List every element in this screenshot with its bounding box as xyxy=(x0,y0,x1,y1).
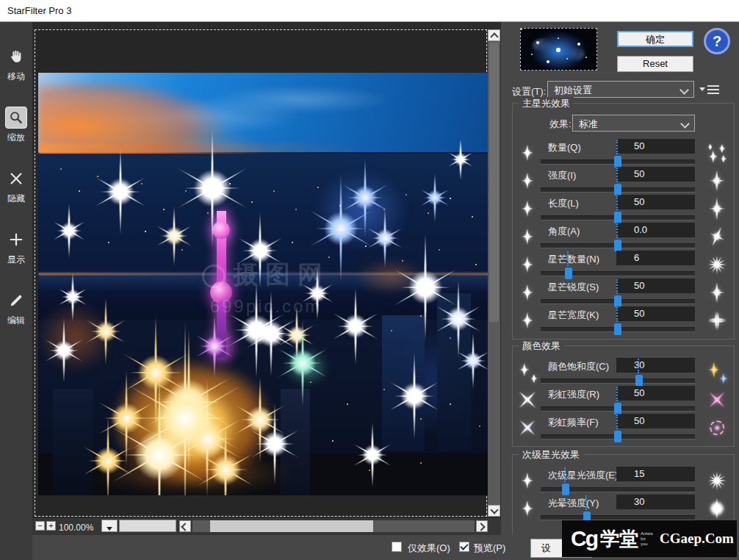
slider-row: 星芒锐度(S)50 xyxy=(513,279,734,306)
slider-thumb[interactable] xyxy=(614,431,621,442)
left-toolbar: 移动 缩放 隐藏 显示 编辑 xyxy=(0,22,32,560)
effect-dropdown-value: 标准 xyxy=(579,118,598,131)
zoom-out-button[interactable]: − xyxy=(35,521,45,531)
slider-value-field[interactable]: 50 xyxy=(616,279,695,293)
tool-zoom[interactable]: 缩放 xyxy=(0,107,32,144)
slider-value-field[interactable]: 50 xyxy=(616,386,695,401)
slider-value-field[interactable]: 50 xyxy=(616,195,695,209)
preset-dropdown[interactable]: 初始设置 xyxy=(547,81,694,98)
tall-star-icon xyxy=(701,195,733,223)
slider-thumb[interactable] xyxy=(635,375,643,387)
zoom-level-value: 100.00% xyxy=(59,523,93,533)
tool-move[interactable]: 移动 xyxy=(0,46,32,83)
photo-glow xyxy=(299,157,424,264)
tool-edit-label: 编辑 xyxy=(0,315,32,327)
tool-edit[interactable]: 编辑 xyxy=(0,290,32,327)
slider-track[interactable] xyxy=(541,299,695,304)
slider-track[interactable] xyxy=(541,434,695,439)
preview-checkbox[interactable] xyxy=(459,542,469,552)
sparkle-icon xyxy=(511,251,544,279)
effect-dropdown[interactable]: 标准 xyxy=(572,115,695,132)
slider-track[interactable] xyxy=(541,406,695,412)
window-title: StarFilter Pro 3 xyxy=(7,5,71,16)
horizontal-scrollbar[interactable] xyxy=(192,520,475,532)
tool-hide[interactable]: 隐藏 xyxy=(0,168,32,205)
reset-button[interactable]: Reset xyxy=(617,56,693,72)
slider-value-field[interactable]: 30 xyxy=(616,358,695,373)
rainbow-x-star-icon xyxy=(701,386,733,414)
slider-thumb[interactable] xyxy=(614,323,621,335)
sparkle-icon xyxy=(511,279,544,306)
slider-thumb[interactable] xyxy=(614,295,621,307)
slider-thumb[interactable] xyxy=(565,268,572,279)
effect-preview-thumbnail xyxy=(520,28,597,71)
group-title: 次级星光效果 xyxy=(519,448,583,462)
vertical-scrollbar-thumb[interactable] xyxy=(489,43,499,322)
slider-label: 次级星光强度(E) xyxy=(548,469,618,482)
wide-cross-star-icon xyxy=(701,306,733,334)
rainbow-ring-icon xyxy=(701,414,733,442)
slider-value-field[interactable]: 50 xyxy=(616,167,695,182)
check-icon xyxy=(460,542,468,550)
effect-only-label[interactable]: 仅效果(O) xyxy=(408,542,450,555)
slider-thumb[interactable] xyxy=(614,156,621,168)
photo-glow xyxy=(277,341,336,392)
slider-value-field[interactable]: 50 xyxy=(616,306,695,321)
slider-track[interactable] xyxy=(541,271,695,276)
slider-value-field[interactable]: 0.0 xyxy=(616,223,695,237)
star-cluster-icon xyxy=(701,139,733,167)
slider-thumb[interactable] xyxy=(614,240,621,251)
chevron-down-icon xyxy=(490,506,498,514)
slider-thumb[interactable] xyxy=(614,184,621,195)
tool-show[interactable]: 显示 xyxy=(0,229,32,266)
settings-panel: 确定 Reset ? 设置(T): 初始设置 主星光效果 效果: 标准 数量(Q… xyxy=(507,22,739,560)
help-button[interactable]: ? xyxy=(704,28,730,54)
sparkle-icon xyxy=(511,495,544,523)
group-title: 主星光效果 xyxy=(519,97,574,110)
bright-star-icon xyxy=(701,167,733,195)
scroll-up-button[interactable] xyxy=(488,29,500,41)
zoom-in-button[interactable]: + xyxy=(46,521,56,531)
slider-track[interactable] xyxy=(541,327,695,332)
slider-track[interactable] xyxy=(541,487,695,492)
slider-track[interactable] xyxy=(541,515,695,520)
slider-thumb[interactable] xyxy=(614,212,621,223)
preset-menu-button[interactable] xyxy=(699,83,721,96)
question-mark-icon: ? xyxy=(713,33,721,50)
zoom-input-field[interactable] xyxy=(119,520,176,532)
slider-value-field[interactable]: 6 xyxy=(616,251,695,265)
slider-value-field[interactable]: 50 xyxy=(616,414,695,428)
hscroll-right-button[interactable] xyxy=(476,520,488,532)
zoom-dropdown-button[interactable] xyxy=(101,520,118,532)
slider-value-field[interactable]: 30 xyxy=(616,495,695,509)
slider-label: 彩虹频率(F) xyxy=(548,416,599,429)
slider-row: 次级星光强度(E)15 xyxy=(513,467,734,495)
preview-image[interactable]: 摄图网 699pic.com xyxy=(38,73,489,495)
slider-track[interactable] xyxy=(541,215,695,220)
slider-track[interactable] xyxy=(541,243,695,248)
scroll-down-button[interactable] xyxy=(488,505,500,517)
ok-button[interactable]: 确定 xyxy=(617,31,693,47)
effect-only-checkbox[interactable] xyxy=(392,542,402,552)
x-icon xyxy=(5,168,27,190)
sparkle-icon xyxy=(511,306,544,334)
slider-track[interactable] xyxy=(541,187,695,193)
slider-value-field[interactable]: 15 xyxy=(616,467,695,481)
slider-label: 光晕强度(Y) xyxy=(548,497,599,510)
slider-track[interactable] xyxy=(541,378,695,384)
slider-thumb[interactable] xyxy=(614,403,621,414)
banner-logo: Cg xyxy=(571,526,597,551)
triangle-down-icon xyxy=(699,87,705,91)
chevron-up-icon xyxy=(490,32,498,40)
slider-value-field[interactable]: 50 xyxy=(616,139,695,154)
hscroll-left-button[interactable] xyxy=(179,520,191,532)
vertical-scrollbar[interactable] xyxy=(488,29,500,517)
sparkle-icon xyxy=(511,223,544,251)
slider-track[interactable] xyxy=(541,159,695,165)
banner-site: CGaep.Com xyxy=(660,531,734,547)
slider-thumb[interactable] xyxy=(562,484,569,495)
preview-label[interactable]: 预览(P) xyxy=(474,542,505,555)
slider-row: 光晕强度(Y)30 xyxy=(513,495,734,523)
horizontal-scrollbar-thumb[interactable] xyxy=(210,520,373,532)
sparkle-icon xyxy=(511,139,544,167)
